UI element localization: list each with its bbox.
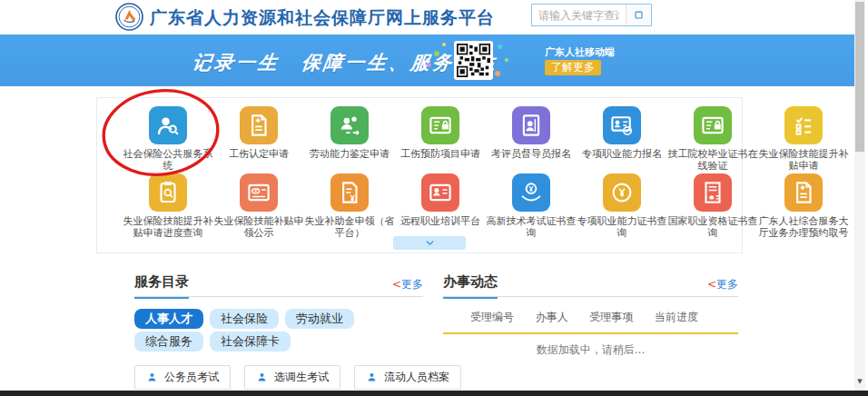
service-label: 工伤预防项目申请 <box>395 148 486 160</box>
more-arrow: < <box>392 278 401 291</box>
service-label: 劳动能力鉴定申请 <box>304 148 395 160</box>
services-card: 社会保险公共服务系统 工伤认定申请 劳动能力鉴定申请 工伤预防项目申请 考评员督… <box>96 97 743 253</box>
service-item[interactable]: 劳动能力鉴定申请 <box>304 106 395 173</box>
service-label: 广东人社综合服务大厅业务办理预约取号 <box>758 215 849 239</box>
service-item[interactable]: 工伤预防项目申请 <box>395 106 486 173</box>
people-arrows-icon <box>330 106 369 144</box>
catalog-tab[interactable]: 社会保障卡 <box>210 332 291 351</box>
more-label: 更多 <box>716 278 738 291</box>
person-icon <box>146 371 158 383</box>
service-label: 高新技术考试证书查询 <box>486 215 577 239</box>
site-header: 广东省人力资源和社会保障厅网上服务平台 <box>0 0 854 35</box>
service-item[interactable]: 社会保险公共服务系统 <box>123 106 213 173</box>
section-title: 服务目录 <box>134 273 189 299</box>
person-icon <box>366 371 378 383</box>
status-more-link[interactable]: <更多 <box>707 277 738 292</box>
doc-plus-icon <box>240 106 278 144</box>
search-button[interactable] <box>626 5 651 25</box>
catalog-tab[interactable]: 人事人才 <box>134 309 203 329</box>
more-arrow: < <box>707 278 716 291</box>
service-label: 失业补助金申领（省平台） <box>304 215 395 239</box>
quick-link-label: 流动人员档案 <box>384 370 449 385</box>
service-label: 国家职业资格证书查询 <box>667 215 758 239</box>
service-item[interactable]: 远程职业培训平台 <box>395 173 486 241</box>
decor-dot <box>495 71 500 76</box>
vertical-scrollbar[interactable]: ▼ <box>854 0 865 396</box>
search-box <box>531 4 652 26</box>
service-item[interactable]: 广东人社综合服务大厅业务办理预约取号 <box>758 173 849 241</box>
idcard-badge-icon <box>603 106 641 144</box>
quick-link[interactable]: 公务员考试 <box>134 365 231 390</box>
scrollbar-thumb[interactable] <box>855 2 864 152</box>
status-column-header: 受理事项 <box>589 310 633 325</box>
catalog-tab[interactable]: 综合服务 <box>134 332 203 351</box>
idcard-icon <box>421 173 459 212</box>
service-item[interactable]: 专项职业能力报名 <box>577 106 667 173</box>
decor-dot <box>434 51 439 56</box>
yen-circle-icon <box>603 173 641 212</box>
catalog-tab[interactable]: 社会保险 <box>210 309 279 329</box>
person-door-icon <box>512 106 550 144</box>
service-label: 技工院校毕业证书在线验证 <box>667 148 758 172</box>
work-status-section: 办事动态 <更多 受理编号办事人受理事项当前进度 数据加载中，请稍后... <box>443 272 738 358</box>
decor-dot <box>505 58 508 62</box>
gdhrss-portal-page: 广东省人力资源和社会保障厅网上服务平台 记录一生 保障一生、服务一生 <box>0 0 868 396</box>
service-label: 专项职业能力报名 <box>577 148 667 160</box>
status-table-header: 受理编号办事人受理事项当前进度 <box>443 310 738 325</box>
search-icon <box>632 8 646 22</box>
quick-link-label: 选调生考试 <box>274 370 329 385</box>
decor-dot <box>442 43 446 46</box>
catalog-tabs: 人事人才 社会保险 劳动就业 综合服务 社会保障卡 <box>134 309 361 351</box>
page-title: 广东省人力资源和社会保障厅网上服务平台 <box>150 6 495 30</box>
chevron-down-icon <box>424 237 436 249</box>
doc-yen-icon <box>330 173 369 212</box>
hand-coin-icon <box>512 173 550 212</box>
service-item[interactable]: 考评员督导员报名 <box>486 106 577 173</box>
doc-plus-icon <box>784 173 823 212</box>
scrollbar-down-arrow[interactable]: ▼ <box>854 378 865 385</box>
service-item[interactable]: 失业保险技能补贴申领公示 <box>213 173 304 241</box>
idcard-lock-icon <box>694 106 732 144</box>
doc-search-icon <box>149 173 187 212</box>
bottom-bar <box>0 391 868 396</box>
quick-link-label: 公务员考试 <box>164 370 219 385</box>
catalog-more-link[interactable]: <更多 <box>392 277 423 292</box>
service-item[interactable]: 技工院校毕业证书在线验证 <box>667 106 758 173</box>
quick-link[interactable]: 流动人员档案 <box>354 365 461 390</box>
catalog-quick-links: 公务员考试 选调生考试 流动人员档案 <box>134 365 461 390</box>
work-status-header: 办事动态 <更多 <box>443 272 738 297</box>
qr-code <box>454 41 493 80</box>
expand-services-button[interactable] <box>393 236 466 250</box>
card-eye-icon <box>240 173 278 212</box>
doc-stamp-icon <box>694 173 732 212</box>
service-label: 专项职业能力证书查询 <box>577 215 667 239</box>
service-item[interactable]: 高新技术考试证书查询 <box>486 173 577 241</box>
service-label: 远程职业培训平台 <box>395 215 486 227</box>
learn-more-button[interactable]: 了解更多 <box>545 60 601 75</box>
gdhrss-logo-icon <box>115 3 143 31</box>
section-title: 办事动态 <box>443 273 498 299</box>
service-item[interactable]: 失业保险技能提升补贴申请 <box>758 106 849 173</box>
checklist-icon <box>784 106 823 144</box>
search-input[interactable] <box>532 9 626 22</box>
catalog-tab[interactable]: 劳动就业 <box>285 309 354 329</box>
person-icon <box>256 371 268 383</box>
status-column-header: 办事人 <box>536 310 568 325</box>
service-catalog-section: 服务目录 <更多 人事人才 社会保险 劳动就业 综合服务 社会保障卡 <box>134 272 423 351</box>
service-item[interactable]: 国家职业资格证书查询 <box>667 173 758 241</box>
service-label: 工伤认定申请 <box>213 148 304 160</box>
service-label: 失业保险技能提升补贴申请进度查询 <box>123 215 213 239</box>
service-item[interactable]: 失业补助金申领（省平台） <box>304 173 395 241</box>
service-item[interactable]: 专项职业能力证书查询 <box>577 173 667 241</box>
decor-dot <box>427 63 431 67</box>
service-label: 失业保险技能提升补贴申请 <box>758 148 849 172</box>
service-catalog-header: 服务目录 <更多 <box>134 272 423 297</box>
status-divider <box>443 332 738 334</box>
service-item[interactable]: 工伤认定申请 <box>213 106 304 173</box>
quick-link[interactable]: 选调生考试 <box>244 365 340 390</box>
status-column-header: 当前进度 <box>655 310 698 325</box>
person-search-icon <box>149 106 187 144</box>
service-label: 失业保险技能补贴申领公示 <box>213 215 304 239</box>
service-item[interactable]: 失业保险技能提升补贴申请进度查询 <box>123 173 213 241</box>
mobile-app-label: 广东人社移动端 <box>545 45 615 59</box>
